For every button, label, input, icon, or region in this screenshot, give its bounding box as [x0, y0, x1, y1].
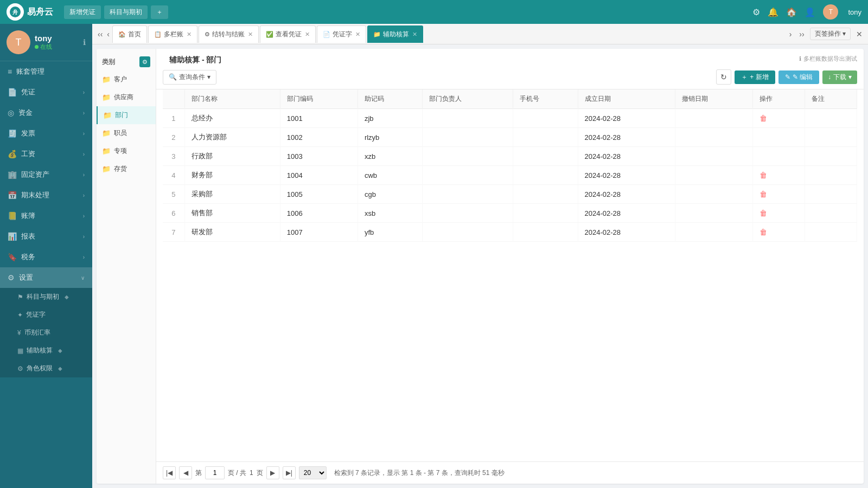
col-note: 备注	[805, 89, 857, 109]
cell-name: 采购部	[184, 185, 280, 204]
cell-phone	[513, 109, 578, 128]
folder-department-icon: 📁	[103, 111, 112, 119]
tab-nav-forward[interactable]: ›	[787, 30, 794, 38]
home-icon[interactable]: 🏠	[786, 7, 797, 17]
sidebar-sub-aux-account[interactable]: ▦ 辅助核算 ◆	[0, 342, 92, 359]
sidebar-item-salary[interactable]: 💰 工资 ›	[0, 144, 92, 164]
sidebar-item-ledger[interactable]: 📒 账簿 ›	[0, 206, 92, 226]
sidebar-sub-role-permission[interactable]: ⚙ 角色权限 ◆	[0, 359, 92, 377]
page-size-select[interactable]: 20 50 100	[299, 466, 327, 479]
page-operations-btn[interactable]: 页签操作 ▾	[810, 28, 851, 40]
cell-no: 5	[163, 185, 184, 204]
subject-period-btn[interactable]: 科目与期初	[104, 5, 148, 19]
category-item-supplier[interactable]: 📁 供应商	[97, 88, 156, 106]
sidebar-item-fixed-assets-label: 固定资产	[21, 170, 49, 179]
settings-icon[interactable]: ⚙	[752, 7, 760, 17]
query-arrow-icon: ▾	[207, 73, 210, 81]
close-all-btn[interactable]: ✕	[854, 30, 865, 38]
delete-btn[interactable]: 🗑	[760, 114, 767, 123]
sidebar-username: tony	[35, 34, 79, 43]
category-item-customer[interactable]: 📁 客户	[97, 70, 156, 88]
category-item-inventory[interactable]: 📁 存货	[97, 160, 156, 178]
cell-phone	[513, 166, 578, 185]
sidebar-sub-voucher-word-label: 凭证字	[26, 310, 46, 319]
tab-close-view-voucher[interactable]: ✕	[305, 31, 310, 38]
page-prev-btn[interactable]: ◀	[179, 466, 192, 479]
sidebar-item-voucher[interactable]: 📄 凭证 ›	[0, 82, 92, 102]
plus-btn[interactable]: ＋	[151, 5, 168, 19]
delete-btn[interactable]: 🗑	[760, 190, 767, 198]
user-icon[interactable]: 👤	[805, 7, 815, 17]
notification-icon[interactable]: 🔔	[768, 7, 778, 17]
aux-account-tab-icon: 📁	[373, 31, 381, 38]
tab-close-multi-file[interactable]: ✕	[187, 31, 192, 38]
tab-multi-file[interactable]: 📋 多栏账 ✕	[148, 25, 197, 43]
cell-action: 🗑	[752, 204, 805, 223]
category-gear-btn[interactable]: ⚙	[139, 56, 150, 67]
voucher-word-tab-icon: 📄	[323, 31, 330, 38]
cell-leader	[423, 204, 513, 223]
new-btn[interactable]: ＋ + 新增	[735, 70, 775, 84]
cell-code: 1003	[280, 147, 358, 166]
tab-view-voucher[interactable]: ✅ 查看凭证 ✕	[260, 25, 316, 43]
category-item-project[interactable]: 📁 专项	[97, 142, 156, 160]
sidebar-item-settings[interactable]: ⚙ 设置 ∨	[0, 267, 92, 288]
sidebar-item-invoice[interactable]: 🧾 发票 ›	[0, 123, 92, 144]
tab-voucher-word[interactable]: 📄 凭证字 ✕	[317, 25, 366, 43]
tab-nav-back[interactable]: ‹	[105, 30, 112, 38]
cell-name: 人力资源部	[184, 128, 280, 147]
tab-aux-account[interactable]: 📁 辅助核算 ✕	[367, 25, 423, 43]
tab-transfer[interactable]: ⚙ 结转与结账 ✕	[199, 25, 259, 43]
query-condition-btn[interactable]: 🔍 查询条件 ▾	[163, 70, 216, 85]
cell-revoked	[675, 185, 752, 204]
sidebar-sub-subject-period[interactable]: ⚑ 科目与期初 ◆	[0, 288, 92, 306]
arrow-icon: ›	[83, 110, 85, 116]
tab-close-voucher-word[interactable]: ✕	[355, 31, 360, 38]
category-item-department[interactable]: 📁 部门	[97, 106, 156, 124]
sidebar-item-invoice-label: 发票	[21, 129, 35, 138]
header-right-icons: ⚙ 🔔 🏠 👤 T tony	[752, 4, 861, 20]
tab-close-transfer[interactable]: ✕	[248, 31, 253, 38]
table-toolbar: 🔍 查询条件 ▾ ↻ ＋ + 新增 ✎ ✎ 编辑	[156, 65, 864, 89]
cell-mnemonic: zjb	[358, 109, 423, 128]
tab-nav-next[interactable]: ››	[797, 30, 806, 38]
cell-no: 7	[163, 223, 184, 242]
sidebar-item-fixed-assets[interactable]: 🏢 固定资产 ›	[0, 164, 92, 185]
page-last-btn[interactable]: ▶|	[283, 466, 296, 479]
multi-data-test-label: 多栏账数据导出测试	[803, 55, 857, 63]
cell-founded: 2024-02-28	[578, 166, 675, 185]
sidebar-sub-voucher-word[interactable]: ✦ 凭证字	[0, 306, 92, 324]
tab-close-aux-account[interactable]: ✕	[412, 31, 417, 38]
cell-no: 6	[163, 204, 184, 223]
diamond-icon: ◆	[65, 294, 69, 300]
cell-revoked	[675, 166, 752, 185]
sidebar-item-tax[interactable]: 🔖 税务 ›	[0, 247, 92, 267]
table-row: 6 销售部 1006 xsb 2024-02-28 🗑	[163, 204, 857, 223]
cell-note	[805, 166, 857, 185]
tab-home[interactable]: 🏠 首页	[112, 25, 147, 43]
sidebar-item-reports[interactable]: 📊 报表 ›	[0, 226, 92, 247]
table-row: 1 总经办 1001 zjb 2024-02-28 🗑	[163, 109, 857, 128]
delete-btn[interactable]: 🗑	[760, 171, 767, 179]
add-voucher-btn[interactable]: 新增凭证	[64, 5, 101, 19]
info-icon[interactable]: ℹ	[83, 38, 86, 47]
delete-btn[interactable]: 🗑	[760, 209, 767, 217]
download-btn[interactable]: ↓ 下载 ▾	[822, 70, 857, 84]
edit-btn[interactable]: ✎ ✎ 编辑	[778, 70, 819, 84]
cell-note	[805, 128, 857, 147]
category-item-employee[interactable]: 📁 职员	[97, 124, 156, 142]
cell-mnemonic: cgb	[358, 185, 423, 204]
sidebar-sub-currency-rate[interactable]: ¥ 币别汇率	[0, 324, 92, 342]
delete-btn[interactable]: 🗑	[760, 228, 767, 236]
app-logo: 舟 易舟云	[7, 3, 53, 21]
page-first-btn[interactable]: |◀	[163, 466, 176, 479]
cell-action	[752, 128, 805, 147]
sidebar-item-funds[interactable]: ◎ 资金 ›	[0, 102, 92, 123]
sidebar-item-accounts[interactable]: ≡ 账套管理	[0, 61, 92, 82]
sidebar-item-period-end[interactable]: 📅 期末处理 ›	[0, 185, 92, 206]
page-next-btn[interactable]: ▶	[266, 466, 279, 479]
page-content: 类别 ⚙ 📁 客户 📁 供应商 📁 部门 📁 职员	[97, 49, 864, 484]
tab-nav-prev[interactable]: ‹‹	[95, 30, 105, 38]
refresh-btn[interactable]: ↻	[716, 69, 731, 85]
page-input[interactable]	[205, 466, 225, 479]
